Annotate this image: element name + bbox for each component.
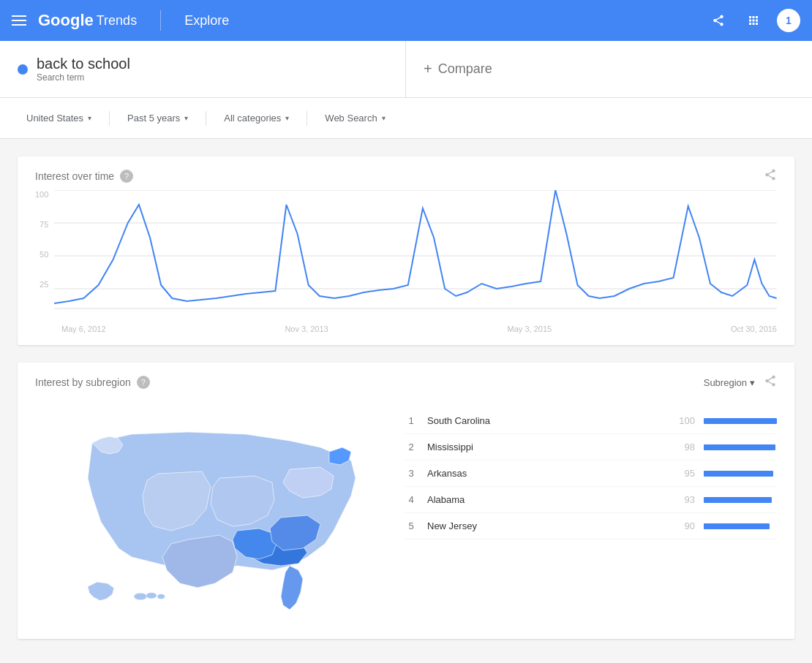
search-type-filter[interactable]: Web Search ▾ (316, 108, 394, 128)
list-item: 3 Arkansas 95 (404, 461, 777, 487)
bar-container-5 (704, 523, 777, 529)
list-item: 2 Mississippi 98 (404, 434, 777, 461)
time-range-chevron: ▾ (184, 114, 188, 122)
list-item: 5 New Jersey 90 (404, 513, 777, 539)
logo-trends: Trends (97, 13, 137, 29)
y-label-50: 50 (40, 250, 48, 259)
categories-filter[interactable]: All categories ▾ (215, 108, 298, 128)
search-term-box[interactable]: back to school Search term (0, 41, 406, 97)
search-section: back to school Search term + Compare (0, 41, 812, 98)
search-term-text: back to school (37, 56, 130, 72)
apps-grid-icon[interactable] (742, 9, 765, 32)
us-map-container (35, 408, 386, 627)
bar-1 (704, 418, 777, 424)
subregion-share-icon[interactable] (764, 374, 777, 390)
svg-point-5 (134, 593, 147, 600)
rank-2: 2 (404, 442, 418, 452)
filter-sep-3 (307, 111, 307, 126)
search-type-label: Web Search (325, 113, 377, 124)
y-label-75: 75 (40, 220, 48, 229)
name-2: Mississippi (427, 442, 664, 452)
search-term-content: back to school Search term (37, 56, 130, 83)
chart-svg (54, 190, 777, 322)
bar-container-1 (704, 418, 777, 424)
interest-over-time-card: Interest over time ? 100 75 50 25 0 (18, 156, 794, 345)
time-range-label: Past 5 years (127, 113, 180, 124)
user-avatar[interactable]: 1 (777, 9, 800, 32)
subregion-header-right: Subregion ▾ (704, 374, 777, 390)
subregion-body: 1 South Carolina 100 2 Mississippi 98 (18, 396, 794, 639)
score-4: 93 (673, 494, 695, 505)
subregion-header: Interest by subregion ? Subregion ▾ (18, 363, 794, 396)
subregion-title: Interest by subregion (35, 376, 131, 388)
list-item: 4 Alabama 93 (404, 487, 777, 513)
us-map-svg (35, 408, 386, 627)
categories-chevron: ▾ (285, 114, 289, 122)
search-dot (18, 64, 28, 75)
bar-5 (704, 523, 770, 529)
interest-over-time-share-icon[interactable] (764, 168, 777, 184)
filters-bar: United States ▾ Past 5 years ▾ All categ… (0, 98, 812, 139)
subregion-title-group: Interest by subregion ? (35, 376, 150, 389)
name-3: Arkansas (427, 468, 664, 479)
name-1: South Carolina (427, 415, 664, 426)
header-right: 1 (707, 9, 800, 32)
bar-container-4 (704, 497, 777, 503)
score-1: 100 (673, 415, 695, 426)
score-3: 95 (673, 468, 695, 479)
logo: Google Trends (38, 11, 137, 30)
name-4: Alabama (427, 494, 664, 505)
interest-over-time-title: Interest over time (35, 170, 114, 182)
main-content: Interest over time ? 100 75 50 25 0 (0, 139, 812, 656)
chart-container: 100 75 50 25 0 (18, 190, 794, 345)
rank-3: 3 (404, 468, 418, 479)
compare-plus-icon: + (424, 61, 432, 77)
y-label-25: 25 (40, 280, 48, 289)
subregion-dropdown-chevron: ▾ (750, 377, 755, 388)
x-label-1: May 6, 2012 (61, 325, 106, 333)
interest-over-time-header: Interest over time ? (18, 156, 794, 190)
location-label: United States (26, 113, 83, 124)
list-item: 1 South Carolina 100 (404, 408, 777, 434)
categories-label: All categories (224, 113, 281, 124)
search-type-chevron: ▾ (382, 114, 386, 122)
interest-over-time-title-group: Interest over time ? (35, 170, 133, 183)
filter-sep-2 (206, 111, 206, 126)
location-filter[interactable]: United States ▾ (18, 108, 100, 128)
hamburger-menu[interactable] (12, 15, 26, 26)
x-label-4: Oct 30, 2016 (731, 325, 777, 333)
compare-label: Compare (438, 61, 492, 77)
interest-over-time-help-icon[interactable]: ? (120, 170, 133, 183)
subregion-dropdown[interactable]: Subregion ▾ (704, 377, 755, 388)
bar-4 (704, 497, 772, 503)
compare-box[interactable]: + Compare (406, 41, 812, 97)
x-label-2: Nov 3, 2013 (285, 325, 328, 333)
rank-1: 1 (404, 415, 418, 426)
bar-3 (704, 471, 773, 477)
logo-google: Google (38, 11, 94, 30)
y-label-100: 100 (35, 190, 48, 199)
filter-sep-1 (109, 111, 110, 126)
x-label-3: May 3, 2015 (508, 325, 552, 333)
share-header-icon[interactable] (707, 9, 730, 32)
bar-container-3 (704, 471, 777, 477)
time-range-filter[interactable]: Past 5 years ▾ (119, 108, 197, 128)
bar-2 (704, 444, 775, 450)
app-header: Google Trends Explore 1 (0, 0, 812, 41)
subregion-list: 1 South Carolina 100 2 Mississippi 98 (404, 408, 777, 627)
header-left: Google Trends Explore (12, 10, 707, 31)
name-5: New Jersey (427, 520, 664, 531)
rank-5: 5 (404, 520, 418, 531)
subregion-help-icon[interactable]: ? (137, 376, 150, 389)
svg-point-6 (146, 593, 157, 599)
rank-4: 4 (404, 494, 418, 505)
bar-container-2 (704, 444, 777, 450)
svg-point-7 (157, 594, 165, 599)
location-chevron: ▾ (88, 114, 91, 122)
search-term-label: Search term (37, 72, 130, 83)
subregion-dropdown-label: Subregion (704, 377, 747, 388)
score-2: 98 (673, 442, 695, 452)
score-5: 90 (673, 520, 695, 531)
logo-divider (160, 10, 161, 31)
logo-explore: Explore (184, 13, 229, 29)
